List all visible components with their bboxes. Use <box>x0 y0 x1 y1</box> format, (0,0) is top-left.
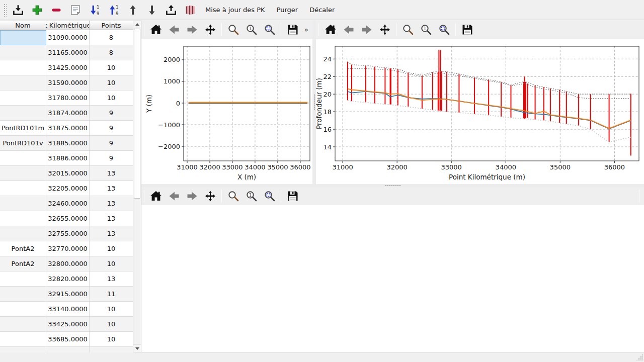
home-button[interactable] <box>149 189 163 203</box>
cell-pk[interactable]: 31886.0000 <box>46 151 90 166</box>
size-grip[interactable] <box>636 354 643 361</box>
cell-pk[interactable]: 32755.0000 <box>46 226 90 241</box>
cell-nom[interactable]: PontRD101v <box>0 136 46 151</box>
toolbar-overflow-button[interactable]: » <box>304 26 309 34</box>
cell-nom[interactable] <box>0 302 46 317</box>
zoom-button[interactable] <box>226 23 240 37</box>
cell-points[interactable]: 13 <box>90 166 133 181</box>
purge-button[interactable]: Purger <box>272 2 303 19</box>
cell-pk[interactable]: 31425.0000 <box>46 60 90 75</box>
move-up-button[interactable] <box>124 2 141 19</box>
remove-button[interactable] <box>48 2 65 19</box>
cell-points[interactable]: 8 <box>90 45 133 60</box>
cell-nom[interactable] <box>0 166 46 181</box>
home-button[interactable] <box>149 23 163 37</box>
cell-points[interactable]: 9 <box>90 106 133 121</box>
cell-points[interactable]: 10 <box>90 317 133 332</box>
vertical-splitter[interactable] <box>312 20 316 184</box>
cell-pk[interactable]: 31885.0000 <box>46 136 90 151</box>
cell-nom[interactable] <box>0 347 46 352</box>
forward-button[interactable] <box>185 189 199 203</box>
zoom-one-button[interactable]: 1 <box>419 23 433 37</box>
cell-nom[interactable] <box>0 106 46 121</box>
pan-button[interactable] <box>203 23 217 37</box>
cell-pk[interactable]: 31090.0000 <box>46 30 90 45</box>
sort-down-button[interactable]: 19 <box>86 2 103 19</box>
cell-nom[interactable] <box>0 211 46 226</box>
cell-points[interactable]: 9 <box>90 136 133 151</box>
zoom-button[interactable] <box>401 23 415 37</box>
scroll-up-button[interactable] <box>133 21 141 28</box>
cell-pk[interactable]: 31874.0000 <box>46 106 90 121</box>
cell-nom[interactable] <box>0 317 46 332</box>
cell-points[interactable]: 13 <box>90 196 133 211</box>
cell-points[interactable]: 13 <box>90 211 133 226</box>
cell-nom[interactable] <box>0 45 46 60</box>
cell-nom[interactable] <box>0 151 46 166</box>
import-button[interactable] <box>10 2 27 19</box>
cell-nom[interactable]: PontA2 <box>0 241 46 256</box>
cell-pk[interactable]: 33425.0000 <box>46 317 90 332</box>
save-button[interactable] <box>286 23 299 37</box>
cell-nom[interactable] <box>0 196 46 211</box>
cell-points[interactable]: 9 <box>90 121 133 136</box>
column-header-point-kilometrique[interactable]: t Kilométrique <box>46 21 90 30</box>
cell-points[interactable]: 13 <box>90 272 133 287</box>
empty-plot-canvas[interactable] <box>141 205 644 352</box>
cell-points[interactable]: 8 <box>90 30 133 45</box>
table-scrollbar[interactable] <box>133 21 141 352</box>
stripes-button[interactable] <box>182 2 199 19</box>
cell-nom[interactable] <box>0 226 46 241</box>
cell-pk[interactable]: 31875.0000 <box>46 121 90 136</box>
cell-points[interactable]: 10 <box>90 332 133 347</box>
add-button[interactable] <box>29 2 46 19</box>
column-header-points[interactable]: Points <box>90 21 133 30</box>
column-header-nom[interactable]: Nom <box>0 21 46 30</box>
cell-points[interactable]: 9 <box>90 151 133 166</box>
scroll-down-button[interactable] <box>133 344 141 352</box>
cell-pk[interactable]: 31165.0000 <box>46 45 90 60</box>
cell-points[interactable]: 10 <box>90 302 133 317</box>
cell-nom[interactable] <box>0 75 46 90</box>
zoom-button[interactable] <box>226 189 240 203</box>
profile-plot-canvas[interactable]: 3100032000330003400035000360001416182022… <box>316 39 644 184</box>
forward-button[interactable] <box>185 23 199 37</box>
xy-plot-canvas[interactable]: 310003200033000340003500036000−2000−1000… <box>141 39 312 184</box>
zoom-one-button[interactable]: 1 <box>245 23 258 37</box>
cell-points[interactable]: 10 <box>90 256 133 272</box>
horizontal-splitter[interactable] <box>141 184 644 187</box>
scrollbar-thumb[interactable] <box>134 29 140 199</box>
notes-button[interactable] <box>67 2 84 19</box>
cell-points[interactable]: 10 <box>90 241 133 256</box>
toolbar-drag-handle[interactable] <box>4 4 7 17</box>
back-button[interactable] <box>167 189 181 203</box>
cell-points[interactable] <box>90 347 133 352</box>
cell-nom[interactable] <box>0 272 46 287</box>
pan-button[interactable] <box>203 189 217 203</box>
cell-nom[interactable] <box>0 332 46 347</box>
cell-points[interactable]: 11 <box>90 287 133 302</box>
cell-nom[interactable] <box>0 287 46 302</box>
cell-nom[interactable] <box>0 30 46 45</box>
cell-pk[interactable] <box>46 347 90 352</box>
cell-pk[interactable]: 32655.0000 <box>46 211 90 226</box>
zoom-selection-button[interactable] <box>263 23 276 37</box>
save-button[interactable] <box>460 23 474 37</box>
save-button[interactable] <box>286 189 299 203</box>
cell-points[interactable]: 10 <box>90 60 133 75</box>
cell-points[interactable]: 13 <box>90 226 133 241</box>
cell-pk[interactable]: 33685.0000 <box>46 332 90 347</box>
zoom-one-button[interactable]: 1 <box>245 189 258 203</box>
cell-points[interactable]: 10 <box>90 90 133 106</box>
cell-pk[interactable]: 32205.0000 <box>46 181 90 196</box>
cell-pk[interactable]: 32820.0000 <box>46 272 90 287</box>
cell-nom[interactable]: PontA2 <box>0 256 46 272</box>
forward-button[interactable] <box>360 23 373 37</box>
cell-pk[interactable]: 32015.0000 <box>46 166 90 181</box>
cell-points[interactable]: 13 <box>90 181 133 196</box>
cell-pk[interactable]: 32915.0000 <box>46 287 90 302</box>
cell-pk[interactable]: 32800.0000 <box>46 256 90 272</box>
cell-nom[interactable] <box>0 60 46 75</box>
shift-button[interactable]: Décaler <box>304 2 340 19</box>
pan-button[interactable] <box>378 23 391 37</box>
